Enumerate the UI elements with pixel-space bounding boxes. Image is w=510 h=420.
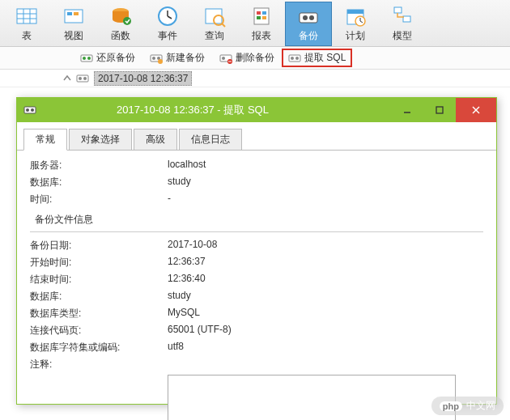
tab-log[interactable]: 信息日志	[179, 129, 242, 151]
svg-point-50	[31, 108, 34, 112]
svg-rect-6	[67, 12, 72, 15]
dialog-titlebar[interactable]: 2017-10-08 12:36:37 - 提取 SQL	[17, 98, 496, 122]
maximize-icon	[436, 106, 444, 114]
close-button[interactable]	[456, 98, 496, 122]
svg-point-37	[158, 59, 163, 64]
svg-rect-29	[394, 7, 402, 13]
new-icon	[150, 53, 163, 64]
toolbar-item-event[interactable]: 事件	[144, 2, 191, 46]
tab-general[interactable]: 常规	[23, 129, 67, 151]
button-label: 提取 SQL	[304, 51, 346, 65]
dbtype-value: MySQL	[168, 307, 483, 320]
main-toolbar: 表 视图 函数 事件 查询 报表 备份	[0, 0, 510, 47]
toolbar-label: 模型	[393, 29, 412, 43]
event-icon	[156, 5, 179, 28]
extract-sql-button[interactable]: 提取 SQL	[282, 49, 352, 67]
button-label: 还原备份	[96, 51, 135, 65]
divider	[30, 231, 483, 232]
svg-rect-25	[347, 10, 363, 14]
toolbar-label: 表	[22, 29, 32, 43]
dialog-title: 2017-10-08 12:36:37 - 提取 SQL	[43, 103, 391, 117]
watermark-text: 中文网	[466, 399, 495, 413]
toolbar-label: 事件	[158, 29, 177, 43]
extract-sql-dialog: 2017-10-08 12:36:37 - 提取 SQL 常规 对象选择 高级 …	[16, 97, 497, 405]
dialog-tabs: 常规 对象选择 高级 信息日志	[17, 122, 496, 151]
backup-item-icon	[76, 73, 89, 84]
toolbar-label: 查询	[205, 29, 224, 43]
tree-item-selected[interactable]: 2017-10-08 12:36:37	[94, 71, 192, 86]
svg-line-15	[222, 23, 225, 27]
svg-rect-16	[254, 8, 269, 24]
backup-info-title: 备份文件信息	[35, 213, 483, 227]
svg-point-49	[26, 108, 29, 112]
svg-point-43	[291, 57, 294, 60]
dbtype-label: 数据库类型:	[30, 307, 168, 320]
svg-point-22	[303, 15, 308, 20]
svg-rect-7	[74, 12, 79, 15]
database-label: 数据库:	[30, 176, 168, 189]
backup-date-value: 2017-10-08	[168, 239, 483, 252]
toolbar-item-backup[interactable]: 备份	[285, 2, 332, 46]
toolbar-item-function[interactable]: 函数	[97, 2, 144, 46]
svg-rect-18	[257, 16, 261, 19]
toolbar-label: 函数	[111, 29, 130, 43]
svg-point-9	[123, 17, 131, 25]
charset-value: utf8	[168, 341, 483, 354]
svg-rect-17	[257, 11, 261, 15]
toolbar-item-view[interactable]: 视图	[50, 2, 97, 46]
restore-icon	[80, 53, 93, 64]
minimize-button[interactable]	[391, 98, 423, 122]
watermark: php 中文网	[431, 397, 504, 415]
svg-point-23	[309, 15, 314, 20]
start-time-value: 12:36:37	[168, 256, 483, 269]
db-value: study	[168, 290, 483, 303]
query-icon	[203, 5, 226, 28]
table-icon	[15, 5, 38, 28]
toolbar-item-report[interactable]: 报表	[238, 2, 285, 46]
delete-icon	[219, 53, 232, 64]
svg-rect-5	[65, 10, 83, 23]
comment-label: 注释:	[30, 358, 168, 371]
charset-label: 数据库字符集或编码:	[30, 341, 168, 354]
svg-rect-0	[17, 9, 36, 23]
svg-point-39	[222, 57, 225, 60]
toolbar-item-schedule[interactable]: 计划	[332, 2, 379, 46]
button-label: 删除备份	[236, 51, 274, 65]
tab-object-select[interactable]: 对象选择	[69, 129, 132, 151]
server-label: 服务器:	[30, 159, 168, 172]
close-icon	[471, 105, 481, 115]
toolbar-item-model[interactable]: 模型	[379, 2, 426, 46]
end-time-label: 结束时间:	[30, 273, 168, 286]
schedule-icon	[344, 5, 367, 28]
start-time-label: 开始时间:	[30, 256, 168, 269]
server-value: localhost	[168, 159, 483, 172]
view-icon	[62, 5, 85, 28]
tab-advanced[interactable]: 高级	[134, 129, 177, 151]
model-icon	[391, 5, 414, 28]
window-controls	[391, 98, 496, 122]
chevron-up-icon[interactable]	[63, 74, 71, 83]
tree-row: 2017-10-08 12:36:37	[0, 70, 510, 87]
maximize-button[interactable]	[423, 98, 456, 122]
watermark-badge: php	[440, 401, 462, 411]
svg-rect-21	[300, 13, 317, 23]
svg-point-47	[83, 77, 87, 80]
button-label: 新建备份	[166, 51, 205, 65]
dialog-icon	[23, 104, 36, 117]
svg-point-33	[87, 57, 91, 60]
toolbar-item-table[interactable]: 表	[3, 2, 50, 46]
svg-point-32	[83, 57, 86, 60]
comment-textarea[interactable]	[168, 375, 456, 420]
backup-date-label: 备份日期:	[30, 239, 168, 252]
end-time-value: 12:36:40	[168, 273, 483, 286]
toolbar-label: 报表	[252, 29, 271, 43]
backup-icon	[297, 5, 320, 28]
sub-toolbar: 还原备份 新建备份 删除备份 提取 SQL	[0, 47, 510, 70]
new-backup-button[interactable]: 新建备份	[142, 48, 212, 68]
delete-backup-button[interactable]: 删除备份	[212, 48, 282, 68]
svg-rect-20	[262, 16, 266, 19]
restore-backup-button[interactable]: 还原备份	[73, 48, 142, 68]
report-icon	[250, 5, 273, 28]
toolbar-item-query[interactable]: 查询	[191, 2, 238, 46]
time-value: -	[168, 193, 483, 206]
